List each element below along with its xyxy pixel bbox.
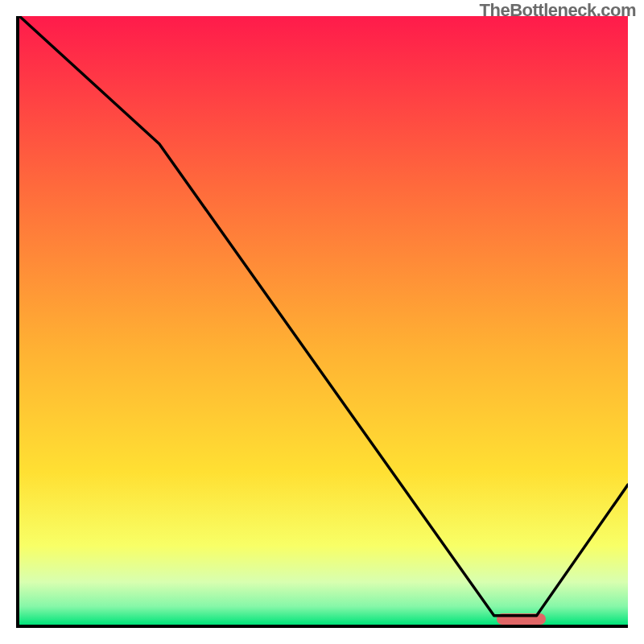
curve-line xyxy=(19,16,628,625)
plot-area xyxy=(16,16,628,628)
chart-container: TheBottleneck.com xyxy=(0,0,644,644)
